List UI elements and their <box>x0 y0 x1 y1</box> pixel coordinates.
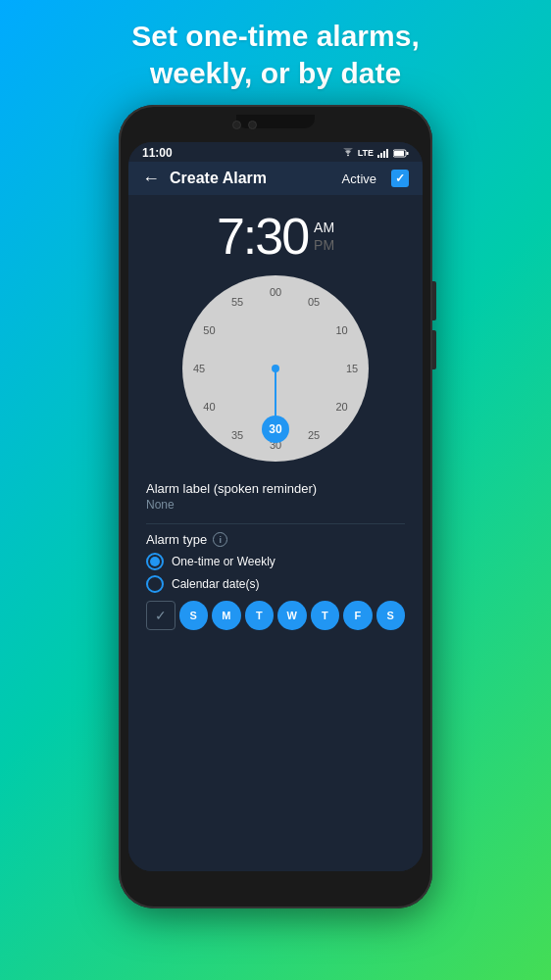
clock-minute-label: 40 <box>203 401 215 413</box>
status-bar: 11:00 LTE <box>128 142 423 162</box>
time-ampm: AM PM <box>314 220 334 253</box>
day-monday[interactable]: M <box>212 601 241 630</box>
clock-minute-label: 55 <box>231 296 243 308</box>
clock-minute-label: 10 <box>335 324 347 336</box>
time-hours[interactable]: 7 <box>217 208 243 265</box>
time-minutes[interactable]: 30 <box>255 208 308 265</box>
day-tuesday[interactable]: T <box>245 601 275 630</box>
phone-camera-right <box>248 121 257 129</box>
divider-1 <box>146 523 405 524</box>
am-label[interactable]: AM <box>314 220 334 235</box>
volume-down-button[interactable] <box>432 330 436 369</box>
radio-calendar[interactable]: Calendar date(s) <box>146 575 405 593</box>
day-friday[interactable]: F <box>343 601 373 630</box>
alarm-type-title: Alarm type <box>146 532 207 547</box>
phone-device: 11:00 LTE <box>119 105 432 908</box>
time-value: 7:30 <box>217 207 308 266</box>
clock-minute-label: 00 <box>270 286 281 298</box>
clock-minute-label: 05 <box>308 296 320 308</box>
radio-one-time-button[interactable] <box>146 553 164 570</box>
radio-one-time[interactable]: One-time or Weekly <box>146 553 405 570</box>
active-label: Active <box>342 172 376 186</box>
status-time: 11:00 <box>142 146 173 160</box>
radio-calendar-label: Calendar date(s) <box>172 577 259 591</box>
alarm-label-row[interactable]: Alarm label (spoken reminder) None <box>146 481 405 512</box>
status-icons: LTE <box>342 148 409 158</box>
clock-minute-label: 50 <box>203 324 215 336</box>
day-saturday[interactable]: S <box>376 601 406 630</box>
lte-label: LTE <box>358 148 374 158</box>
clock-minute-label: 15 <box>346 363 358 374</box>
svg-rect-1 <box>380 153 382 158</box>
phone-screen: 11:00 LTE <box>128 142 423 871</box>
clock-minute-label: 45 <box>193 363 205 374</box>
check-icon: ✓ <box>155 608 167 623</box>
day-buttons: ✓ S M T W T <box>146 601 405 630</box>
back-button[interactable]: ← <box>142 170 160 187</box>
clock-minute-label: 35 <box>231 429 243 441</box>
svg-rect-6 <box>394 151 404 156</box>
battery-icon <box>393 149 409 158</box>
settings-area: Alarm label (spoken reminder) None Alarm… <box>128 469 423 871</box>
clock-center-dot <box>272 365 279 372</box>
svg-rect-5 <box>407 152 409 155</box>
radio-one-time-fill <box>150 557 160 566</box>
day-check-button[interactable]: ✓ <box>146 601 175 630</box>
radio-one-time-label: One-time or Weekly <box>172 555 276 568</box>
clock-container: 30 000510152025303540455055 <box>128 271 423 469</box>
volume-up-button[interactable] <box>432 281 436 320</box>
svg-rect-0 <box>377 155 379 158</box>
radio-calendar-button[interactable] <box>146 575 164 593</box>
app-bar: ← Create Alarm Active <box>128 162 423 195</box>
pm-label[interactable]: PM <box>314 237 334 253</box>
phone-camera-left <box>232 121 241 129</box>
signal-icon <box>377 148 389 158</box>
alarm-type-header: Alarm type i <box>146 532 405 547</box>
svg-rect-2 <box>383 151 385 158</box>
clock-minute-label: 20 <box>335 401 347 413</box>
info-icon[interactable]: i <box>213 532 227 547</box>
clock-minute-label: 25 <box>308 429 320 441</box>
phone-body: 11:00 LTE <box>119 105 432 908</box>
header-line2: weekly, or by date <box>150 57 401 89</box>
alarm-label-title: Alarm label (spoken reminder) <box>146 481 405 496</box>
clock-face[interactable]: 30 000510152025303540455055 <box>182 275 369 462</box>
time-colon: : <box>243 208 255 265</box>
time-display: 7:30 AM PM <box>128 195 423 271</box>
day-sunday[interactable]: S <box>179 601 209 630</box>
app-bar-title: Create Alarm <box>170 170 332 187</box>
svg-rect-3 <box>386 149 388 158</box>
day-thursday[interactable]: T <box>311 601 340 630</box>
wifi-icon <box>342 148 354 158</box>
alarm-label-value: None <box>146 498 405 512</box>
clock-selected-dot: 30 <box>262 416 289 443</box>
header-section: Set one-time alarms, weekly, or by date <box>102 0 448 105</box>
day-wednesday[interactable]: W <box>277 601 307 630</box>
active-checkbox[interactable] <box>391 170 409 187</box>
header-line1: Set one-time alarms, <box>131 20 419 52</box>
